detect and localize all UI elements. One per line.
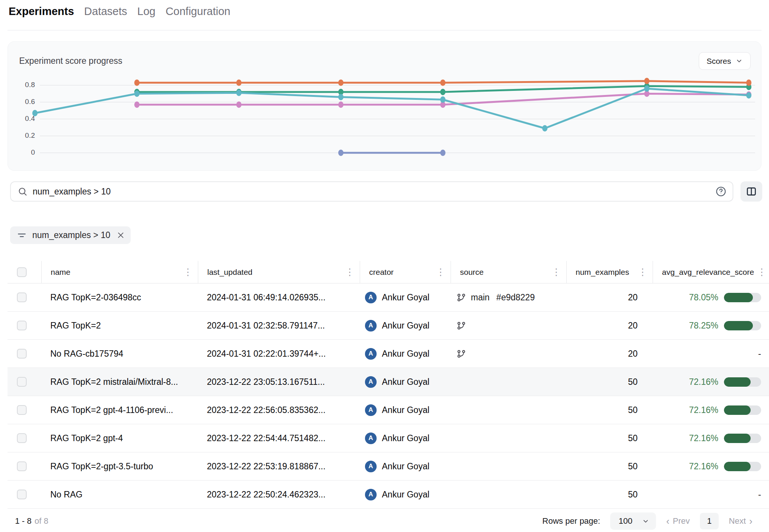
table-row[interactable]: RAG TopK=2 mistralai/Mixtral-8... 2023-1… [8,368,769,396]
score-bar-fill [724,321,753,330]
avatar: A [365,461,377,472]
score-value: 72.16% [689,405,718,415]
score-bar-fill [724,434,751,443]
toggle-panel-button[interactable] [740,181,762,202]
row-checkbox[interactable] [17,349,27,359]
experiment-name: RAG TopK=2 [41,321,198,331]
score-empty-dash: - [758,348,761,359]
chevron-right-icon: › [749,516,752,526]
row-checkbox[interactable] [17,433,27,443]
experiment-name: No RAG-cb175794 [41,349,198,359]
table-row[interactable]: RAG TopK=2-036498cc 2024-01-31 06:49:14.… [8,283,769,312]
table-row[interactable]: RAG TopK=2 2024-01-31 02:32:58.791147...… [8,312,769,340]
data-point-score-teal [644,86,650,92]
chart-title: Experiment score progress [19,56,122,66]
relevance-score-cell: 72.16% [653,461,769,472]
scores-dropdown-label: Scores [707,57,731,66]
num-examples-value: 20 [566,321,653,331]
prev-page-button[interactable]: ‹ Prev [666,516,690,526]
score-bar [724,377,761,387]
row-checkbox-cell [8,377,41,387]
experiment-name: RAG TopK=2 gpt-4 [41,433,198,443]
row-checkbox[interactable] [17,292,27,302]
creator-cell: A Ankur Goyal [360,376,451,388]
row-range: 1 - 8 [15,516,32,526]
search-icon [18,187,27,196]
column-menu-icon[interactable]: ⋮ [180,267,193,277]
tab-configuration[interactable]: Configuration [166,5,231,18]
row-checkbox[interactable] [17,321,27,330]
page-size-select[interactable]: 100 [610,512,656,530]
creator-name: Ankur Goyal [382,461,430,472]
data-point-score-orange [440,80,445,86]
column-menu-icon[interactable]: ⋮ [635,267,647,277]
row-checkbox[interactable] [17,490,27,499]
tab-experiments[interactable]: Experiments [9,5,74,18]
relevance-score-cell: 72.16% [653,377,769,387]
tab-datasets[interactable]: Datasets [84,5,127,18]
last-updated-value: 2024-01-31 02:32:58.791147... [198,321,360,331]
table-row[interactable]: RAG TopK=2 gpt-4 2023-12-22 22:54:44.751… [8,424,769,452]
table-row[interactable]: RAG TopK=2 gpt-4-1106-previ... 2023-12-2… [8,396,769,424]
data-point-score-orange [134,80,140,86]
data-point-score-orange [236,80,241,86]
scores-dropdown[interactable]: Scores [699,52,751,70]
row-checkbox[interactable] [17,377,27,387]
score-progress-chart: 0.80.60.40.20 [8,71,762,165]
column-header-source: source ⋮ [451,261,566,283]
filter-chip[interactable]: num_examples > 10 [10,226,131,244]
row-checkbox-cell [8,349,41,359]
current-page-button[interactable]: 1 [700,513,719,529]
relevance-score-cell: - [653,489,769,500]
table-row[interactable]: RAG TopK=2-gpt-3.5-turbo 2023-12-22 22:5… [8,452,769,481]
data-point-score-teal [32,110,38,116]
column-menu-icon[interactable]: ⋮ [754,267,766,277]
row-checkbox[interactable] [17,461,27,471]
table-row[interactable]: No RAG 2023-12-22 22:50:24.462323... A A… [8,481,769,509]
help-icon[interactable] [715,186,727,197]
creator-cell: A Ankur Goyal [360,292,451,303]
tab-log[interactable]: Log [137,5,155,18]
experiment-name: RAG TopK=2-gpt-3.5-turbo [41,461,198,472]
num-examples-value: 50 [566,405,653,415]
relevance-score-cell: - [653,348,769,359]
avatar: A [365,292,377,303]
score-value: 72.16% [689,377,718,387]
git-branch-icon [457,349,466,359]
experiment-name: No RAG [41,490,198,500]
row-checkbox[interactable] [17,405,27,415]
num-examples-value: 50 [566,490,653,500]
table-row[interactable]: No RAG-cb175794 2024-01-31 02:22:01.3974… [8,340,769,368]
data-point-score-teal [542,125,547,131]
next-page-button[interactable]: Next › [729,516,752,526]
score-bar [724,434,761,443]
num-examples-value: 50 [566,433,653,443]
last-updated-value: 2023-12-22 23:05:13.167511... [198,377,360,387]
last-updated-value: 2024-01-31 06:49:14.026935... [198,292,360,303]
creator-name: Ankur Goyal [382,405,430,415]
column-header-name: name ⋮ [41,261,198,283]
chevron-down-icon [736,57,743,65]
data-point-score-teal [440,96,445,103]
close-icon[interactable] [117,231,125,239]
column-menu-icon[interactable]: ⋮ [342,267,354,277]
search-input[interactable] [33,187,710,197]
select-all-checkbox[interactable] [17,267,27,277]
column-header-last-updated: last_updated ⋮ [198,261,360,283]
column-menu-icon[interactable]: ⋮ [433,267,445,277]
column-menu-icon[interactable]: ⋮ [549,267,561,277]
data-point-score-purple [440,150,445,156]
row-checkbox-cell [8,321,41,330]
score-value: 72.16% [689,433,718,443]
data-point-score-purple [338,150,344,156]
experiment-name: RAG TopK=2-036498cc [41,292,198,303]
last-updated-value: 2023-12-22 22:53:19.818867... [198,461,360,472]
source-cell [451,349,566,359]
num-examples-value: 50 [566,377,653,387]
filter-chip-label: num_examples > 10 [32,230,110,240]
split-columns-icon [746,186,757,197]
num-examples-value: 20 [566,292,653,303]
avatar: A [365,348,377,360]
source-cell [451,321,566,330]
num-examples-value: 50 [566,461,653,472]
